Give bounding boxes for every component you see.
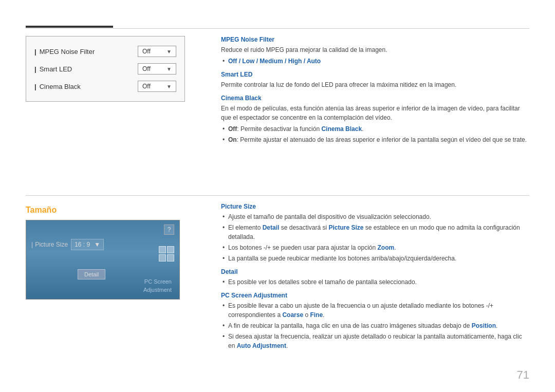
- section-body-smartled: Permite controlar la luz de fondo del LE…: [221, 80, 529, 89]
- mpeg-label: MPEG Noise Filter: [34, 48, 95, 55]
- right-panel-top: MPEG Noise Filter Reduce el ruido MPEG p…: [221, 36, 529, 146]
- settings-box: MPEG Noise Filter Off ▼ Smart LED Off ▼ …: [26, 36, 185, 102]
- mpeg-dropdown[interactable]: Off ▼: [138, 46, 176, 57]
- setting-row-mpeg: MPEG Noise Filter Off ▼: [34, 43, 176, 60]
- auto-adjustment-link: Auto Adjustment: [237, 342, 286, 349]
- smartled-dropdown[interactable]: Off ▼: [138, 63, 176, 74]
- section-title-cinemablack: Cinema Black: [221, 95, 529, 102]
- pc-screen-text: PC Screen Adjustment: [143, 278, 172, 294]
- coarse-link: Coarse: [282, 311, 303, 319]
- picture-size-arrow-icon: ▼: [94, 241, 100, 248]
- grid-cell-3: [159, 254, 166, 262]
- bullet-ps-1: Ajuste el tamaño de pantalla del disposi…: [221, 212, 529, 221]
- smartled-label: Smart LED: [34, 65, 72, 73]
- cinemablack-label: Cinema Black: [34, 83, 81, 90]
- picture-size-value: 16 : 9: [75, 241, 90, 248]
- left-panel-bottom: Tamaño ? Picture Size 16 : 9 ▼ Detail PC…: [26, 206, 185, 300]
- detail-button[interactable]: Detail: [78, 269, 105, 279]
- bullet-ps-4: La pantalla se puede reubicar mediante l…: [221, 254, 529, 263]
- section-title-detail: Detail: [221, 268, 529, 275]
- mpeg-value: Off: [142, 48, 151, 55]
- picture-row: Picture Size 16 : 9 ▼: [31, 239, 174, 250]
- bullet-ps-3: Los botones -/+ se pueden usar para ajus…: [221, 243, 529, 252]
- cinemablack-value: Off: [142, 83, 151, 90]
- top-divider: [26, 28, 529, 29]
- cinemablack-dropdown[interactable]: Off ▼: [138, 81, 176, 92]
- picture-size-label: Picture Size: [31, 241, 68, 248]
- section-title-picturesize: Picture Size: [221, 203, 529, 210]
- top-accent-line: [26, 26, 113, 28]
- mpeg-options-link: Off / Low / Medium / High / Auto: [228, 58, 321, 65]
- question-mark-icon: ?: [164, 225, 174, 235]
- right-panel-bottom: Picture Size Ajuste el tamaño de pantall…: [221, 203, 529, 352]
- cinema-black-link: Cinema Black: [321, 125, 362, 133]
- bullet-pc-3: Si desea ajustar la frecuencia, realizar…: [221, 332, 529, 350]
- bullet-cinemablack-on: On: Permite ajustar el atenuado de las á…: [221, 135, 529, 144]
- page-number: 71: [517, 368, 529, 382]
- section-title-mpeg: MPEG Noise Filter: [221, 36, 529, 43]
- picturesize-link: Picture Size: [328, 224, 363, 231]
- grid-icon: [159, 246, 174, 262]
- left-panel-top: MPEG Noise Filter Off ▼ Smart LED Off ▼ …: [26, 36, 185, 102]
- mpeg-arrow-icon: ▼: [166, 49, 172, 54]
- bullet-cinemablack-off: Off: Permite desactivar la función Cinem…: [221, 124, 529, 134]
- section-body-mpeg: Reduce el ruido MPEG para mejorar la cal…: [221, 45, 529, 54]
- position-link: Position: [472, 322, 496, 329]
- picture-size-dropdown[interactable]: 16 : 9 ▼: [71, 239, 104, 250]
- grid-cell-4: [167, 254, 174, 262]
- mid-divider: [26, 195, 529, 196]
- bullet-pc-1: Es posible llevar a cabo un ajuste de la…: [221, 301, 529, 320]
- on-label: On: [228, 136, 237, 143]
- grid-cell-1: [159, 246, 166, 253]
- picture-box: ? Picture Size 16 : 9 ▼ Detail PC Screen…: [26, 220, 180, 300]
- section-title-pcscreen: PC Screen Adjustment: [221, 292, 529, 299]
- bullet-mpeg-options: Off / Low / Medium / High / Auto: [221, 57, 529, 66]
- cinemablack-arrow-icon: ▼: [166, 84, 172, 89]
- smartled-value: Off: [142, 65, 151, 72]
- section-title-smartled: Smart LED: [221, 71, 529, 78]
- smartled-arrow-icon: ▼: [166, 66, 172, 72]
- detail-link: Detail: [263, 224, 280, 231]
- bullet-detail-1: Es posible ver los detalles sobre el tam…: [221, 277, 529, 287]
- bullet-pc-2: A fin de reubicar la pantalla, haga clic…: [221, 321, 529, 330]
- bullet-ps-2: El elemento Detail se desactivará si Pic…: [221, 223, 529, 241]
- grid-cell-2: [167, 246, 174, 253]
- setting-row-smartled: Smart LED Off ▼: [34, 60, 176, 78]
- setting-row-cinemablack: Cinema Black Off ▼: [34, 78, 176, 95]
- fine-link: Fine: [310, 311, 323, 319]
- off-label: Off: [228, 125, 237, 133]
- page-container: MPEG Noise Filter Off ▼ Smart LED Off ▼ …: [0, 0, 555, 392]
- section-body-cinemablack: En el modo de películas, esta función at…: [221, 104, 529, 122]
- tamano-heading: Tamaño: [26, 206, 185, 215]
- zoom-link: Zoom: [378, 244, 395, 251]
